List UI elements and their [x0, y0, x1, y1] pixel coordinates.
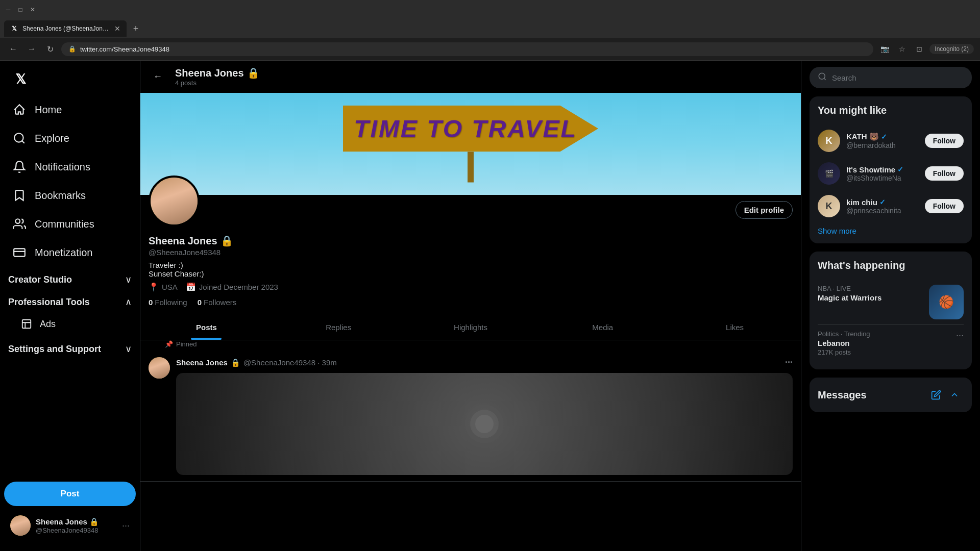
post-image-preview [176, 373, 793, 475]
active-tab[interactable]: 𝕏 Sheena Jones (@SheenaJone49348) ✕ [4, 20, 127, 37]
post-lock-icon: 🔒 [231, 358, 240, 367]
happening-more-button[interactable]: ··· [956, 330, 964, 341]
suggestion-name-kath: KATH 🐻 ✓ [846, 132, 919, 141]
monetization-icon [12, 245, 27, 260]
address-bar[interactable]: 🔒 twitter.com/SheenaJone49348 [61, 42, 873, 56]
browser-actions: 📷 ☆ ⊡ Incognito (2) [877, 42, 974, 56]
tab-title: Sheena Jones (@SheenaJone49348) [22, 25, 110, 32]
suggestion-item-showtime: 🎬 It's Showtime ✓ @itsShowtimeNa Follow [818, 157, 964, 190]
tab-media[interactable]: Media [536, 315, 669, 340]
search-box[interactable] [810, 67, 972, 88]
profile-avatar [149, 176, 200, 227]
home-label: Home [35, 104, 62, 116]
refresh-button[interactable]: ↻ [43, 42, 57, 56]
you-might-like-card: You might like K KATH 🐻 ✓ @bernardokath … [810, 96, 972, 243]
happening-category-lebanon: Politics · Trending [818, 330, 950, 338]
tab-highlights[interactable]: Highlights [405, 315, 537, 340]
sidebar-item-bookmarks[interactable]: Bookmarks [4, 182, 136, 209]
expand-messages-button[interactable] [945, 386, 964, 404]
whats-happening-title: What's happening [818, 260, 964, 271]
sidebar-item-home[interactable]: Home [4, 96, 136, 123]
ssl-lock-icon: 🔒 [68, 45, 76, 53]
happening-item-nba[interactable]: NBA · LIVE Magic at Warriors 🏀 [818, 280, 964, 325]
maximize-button[interactable]: □ [16, 6, 24, 14]
tab-likes[interactable]: Likes [669, 315, 801, 340]
notifications-icon [12, 160, 27, 174]
user-account[interactable]: Sheena Jones 🔒 @SheenaJone49348 ··· [4, 510, 136, 541]
suggestion-avatar-kath: K [818, 130, 840, 152]
minimize-button[interactable]: ─ [4, 6, 12, 14]
back-button[interactable]: ← [149, 68, 167, 86]
sidebar-item-communities[interactable]: Communities [4, 211, 136, 237]
forward-nav-button[interactable]: → [24, 42, 39, 56]
sidebar-item-explore[interactable]: Explore [4, 125, 136, 152]
creator-studio-label: Creator Studio [8, 274, 72, 285]
post-meta-row: Sheena Jones 🔒 @SheenaJone49348 · 39m ··… [176, 357, 793, 368]
verified-badge-kath: ✓ [881, 133, 887, 141]
sidebar-professional-tools[interactable]: Professional Tools ∧ [0, 289, 140, 312]
svg-rect-3 [22, 320, 31, 329]
explore-icon [12, 131, 27, 145]
profile-joined: 📅 Joined December 2023 [186, 282, 278, 292]
happening-item-lebanon[interactable]: Politics · Trending Lebanon 217K posts ·… [818, 325, 964, 361]
compose-message-button[interactable] [927, 386, 945, 404]
sidebar-creator-studio[interactable]: Creator Studio ∨ [0, 267, 140, 289]
tab-favicon: 𝕏 [10, 24, 18, 33]
edit-profile-button[interactable]: Edit profile [736, 201, 793, 219]
profile-banner: TIME TO TRAVEL [140, 93, 801, 195]
ads-icon [20, 318, 33, 330]
search-icon [818, 72, 827, 83]
you-might-like-title: You might like [818, 105, 964, 116]
close-button[interactable]: ✕ [29, 6, 37, 14]
post-avatar-face [149, 357, 170, 379]
profile-tabs: Posts Replies Highlights Media Likes [140, 315, 801, 340]
search-input[interactable] [832, 73, 964, 82]
svg-point-0 [14, 133, 23, 142]
following-stat[interactable]: 0 Following [149, 298, 187, 307]
messages-bar: Messages [810, 378, 972, 412]
happening-info-nba: NBA · LIVE Magic at Warriors [818, 285, 923, 302]
settings-support-label: Settings and Support [8, 344, 101, 355]
happening-category-nba: NBA · LIVE [818, 285, 923, 292]
home-icon [12, 103, 27, 117]
new-tab-button[interactable]: + [129, 21, 143, 36]
sidebar-settings-support[interactable]: Settings and Support ∨ [0, 336, 140, 359]
url-text: twitter.com/SheenaJone49348 [80, 45, 866, 53]
profile-header-info: Sheena Jones 🔒 4 posts [175, 67, 793, 87]
post-more-button[interactable]: ··· [785, 357, 793, 368]
browser-titlebar: ─ □ ✕ [0, 0, 980, 19]
follow-button-kath[interactable]: Follow [925, 134, 964, 148]
tab-posts[interactable]: Posts [140, 315, 273, 340]
sidebar-item-notifications[interactable]: Notifications [4, 154, 136, 180]
followers-stat[interactable]: 0 Followers [198, 298, 237, 307]
follow-button-kimchiu[interactable]: Follow [925, 199, 964, 213]
suggestion-handle-kath: @bernardokath [846, 141, 919, 149]
avatar-face [151, 178, 198, 224]
pinned-post-section: 📌 Pinned Sheena Jones 🔒 @SheenaJone49348… [140, 340, 801, 482]
star-icon[interactable]: ☆ [895, 42, 909, 56]
follow-button-showtime[interactable]: Follow [925, 166, 964, 181]
suggestion-name-showtime: It's Showtime ✓ [846, 165, 919, 174]
post-button[interactable]: Post [4, 482, 136, 506]
x-logo-icon[interactable]: 𝕏 [8, 67, 33, 91]
sidebar-item-monetization[interactable]: Monetization [4, 239, 136, 266]
banner-arrow-sign: TIME TO TRAVEL [343, 106, 598, 183]
camera-icon[interactable]: 📷 [877, 42, 892, 56]
sidebar-item-ads[interactable]: Ads [4, 313, 136, 335]
browser-chrome: ─ □ ✕ 𝕏 Sheena Jones (@SheenaJone49348) … [0, 0, 980, 61]
notifications-label: Notifications [35, 161, 90, 173]
back-nav-button[interactable]: ← [6, 42, 20, 56]
tab-close-button[interactable]: ✕ [114, 24, 120, 33]
svg-rect-2 [14, 248, 25, 256]
header-lock-icon: 🔒 [247, 67, 260, 79]
messages-title: Messages [818, 389, 927, 401]
extensions-icon[interactable]: ⊡ [912, 42, 926, 56]
tab-replies[interactable]: Replies [273, 315, 405, 340]
calendar-icon: 📅 [186, 282, 196, 292]
user-more-button[interactable]: ··· [122, 520, 130, 531]
profile-meta: 📍 USA 📅 Joined December 2023 [149, 282, 793, 292]
sidebar-logo[interactable]: 𝕏 [0, 65, 140, 93]
sidebar: 𝕏 Home Explore Notifications Bookmarks [0, 61, 140, 551]
show-more-link[interactable]: Show more [818, 227, 964, 235]
incognito-badge[interactable]: Incognito (2) [929, 44, 974, 54]
